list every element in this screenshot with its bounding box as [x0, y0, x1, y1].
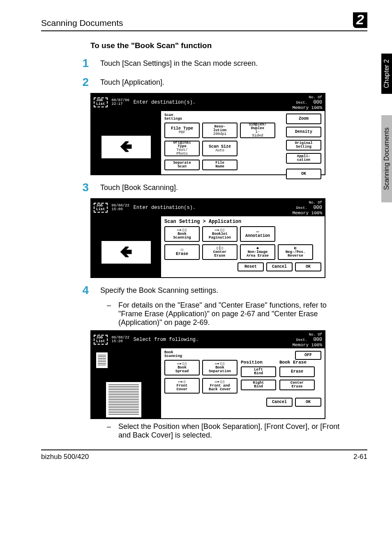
datetime: 08/07/06 22:17 [112, 99, 129, 106]
bullet-dash: – [107, 301, 113, 327]
document-icon [95, 352, 108, 369]
book-separation-button[interactable]: ▭▸▯▯ Book Separation [202, 360, 238, 375]
position-label: Position [241, 360, 276, 365]
application-button[interactable]: Appli- cation [286, 153, 321, 164]
dest-count: 000 [313, 100, 322, 105]
step-2-number: 2 [78, 76, 89, 89]
book-scanning-button[interactable]: ▭▸▯▯ Book Scanning [164, 226, 200, 242]
step-1-text: Touch [Scan Settings] in the Scan mode s… [100, 57, 258, 68]
resolution-button[interactable]: Reso- lution200dpi [202, 123, 238, 138]
lcd-screen-application: Job List 06/08/22 15:09 Enter destinatio… [90, 198, 325, 278]
memory-status: Memory 100% [292, 105, 322, 110]
side-tab-section: Scanning Documents [381, 115, 392, 202]
left-bind-button[interactable]: Left Bind [241, 366, 276, 377]
chapter-badge: 2 [353, 12, 367, 28]
step-4-text: Specify the Book Scanning settings. [100, 284, 218, 295]
ok-button[interactable]: OK [295, 262, 321, 271]
arrow-left-icon: 🡸 [101, 241, 151, 264]
file-name-button[interactable]: File Name [202, 160, 238, 170]
off-button[interactable]: OFF [295, 351, 321, 360]
non-image-area-erase-button[interactable]: ◆ Non-Image Area Erase [240, 244, 275, 260]
erase-button[interactable]: Erase [279, 366, 315, 377]
prompt-text: Enter destination(s). [134, 100, 196, 105]
job-list-button[interactable]: Job List [94, 97, 108, 107]
datetime: 06/08/22 15:09 [112, 204, 129, 211]
front-cover-button[interactable]: ▭▸▯ Front Cover [164, 378, 200, 394]
lcd-screen-book-scanning: Job List 06/08/22 15:20 Select from foll… [90, 330, 325, 419]
simplex-duplex-button[interactable]: Simplex/ Duplex1- Sided [240, 123, 275, 138]
annotation-button[interactable]: ▭ Annotation [240, 226, 275, 242]
memory-status: Memory 100% [292, 211, 322, 215]
prompt-text: Select from following. [134, 337, 198, 343]
bullet-dash: – [107, 422, 113, 440]
arrow-left-icon: 🡸 [101, 136, 151, 158]
bullet-2-text: Select the Position when [Book Separatio… [118, 422, 345, 440]
neg-pos-reverse-button[interactable]: ◐ Neg-/Pos. Reverse [278, 244, 313, 260]
book-spread-button[interactable]: ▭▸▯▯ Book Spread [164, 360, 200, 375]
dest-count: 000 [313, 205, 322, 211]
footer-model: bizhub 500/420 [41, 453, 89, 461]
prompt-text: Enter destination(s). [134, 205, 196, 211]
memory-status: Memory 100% [292, 343, 322, 348]
density-button[interactable]: Density [286, 127, 321, 137]
lcd-screen-scan-settings: Job List 08/07/06 22:17 Enter destinatio… [90, 93, 325, 175]
dest-count: 000 [313, 337, 322, 343]
file-type-button[interactable]: File TypePDF [164, 123, 200, 138]
booklet-pagination-button[interactable]: ▭▸▯▯ Booklet Pagination [202, 226, 238, 242]
breadcrumb: Scan Setting > Application [164, 219, 321, 225]
ok-button[interactable]: OK [295, 398, 321, 407]
cancel-button[interactable]: Cancel [266, 262, 293, 271]
original-setting-button[interactable]: Original Setting [286, 140, 321, 151]
page-header-title: Scanning Documents [41, 18, 123, 28]
scan-size-button[interactable]: Scan SizeAuto [202, 141, 238, 156]
ok-button[interactable]: OK [286, 169, 321, 179]
step-4-number: 4 [78, 284, 89, 297]
open-book-icon [105, 381, 142, 418]
book-scanning-label: Book Scanning [164, 351, 182, 358]
zoom-button[interactable]: Zoom [286, 114, 321, 124]
center-erase-button[interactable]: Center Erase [279, 380, 315, 390]
cancel-button[interactable]: Cancel [266, 398, 293, 407]
book-erase-label: Book Erase [279, 360, 315, 365]
reset-button[interactable]: Reset [238, 262, 264, 271]
job-list-button[interactable]: Job List [94, 335, 108, 345]
original-type-button[interactable]: Original TypeText/ Photo [164, 141, 200, 156]
step-2-text: Touch [Application]. [100, 76, 164, 87]
datetime: 06/08/22 15:20 [112, 336, 129, 343]
job-list-button[interactable]: Job List [94, 203, 108, 213]
step-3-text: Touch [Book Scanning]. [100, 181, 178, 192]
step-1-number: 1 [78, 57, 89, 70]
center-erase-button[interactable]: ▯|▯ Center Erase [202, 244, 238, 260]
footer-page-number: 2-61 [353, 453, 367, 461]
front-back-cover-button[interactable]: ▭▸▯▯ Front and Back Cover [202, 378, 238, 394]
section-title: To use the "Book Scan" function [90, 41, 367, 50]
bullet-1-text: For details on the "Erase" and "Center E… [118, 301, 345, 327]
right-bind-button[interactable]: Right Bind [241, 380, 276, 390]
erase-button[interactable]: ◻ Erase [164, 244, 200, 260]
step-3-number: 3 [78, 181, 89, 194]
separate-scan-button[interactable]: Separate Scan [164, 160, 200, 170]
side-tab-chapter: Chapter 2 [381, 53, 392, 94]
